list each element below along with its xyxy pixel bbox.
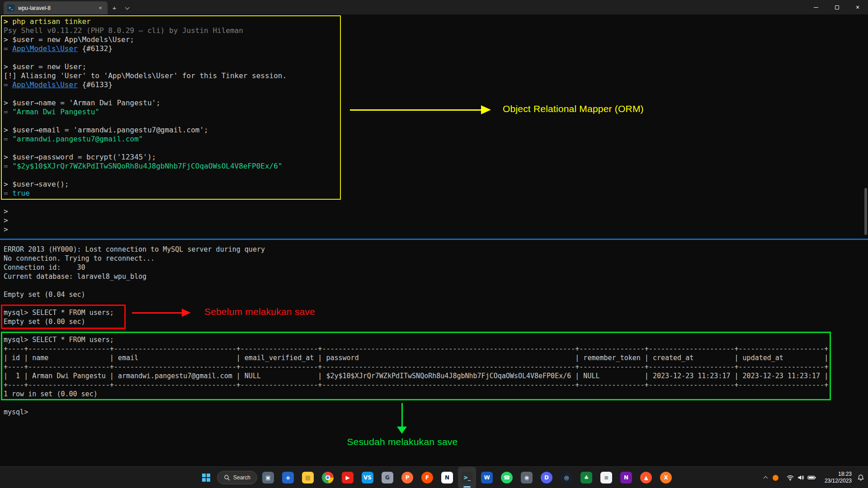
terminal-line: [!] Aliasing 'User' to 'App\Models\User'…	[4, 71, 868, 80]
active-app-indicator	[463, 486, 471, 488]
tray-status-pill[interactable]	[784, 472, 819, 483]
taskbar-app-chrome[interactable]: ●	[319, 467, 337, 488]
terminal-line: > php artisan tinker	[4, 17, 868, 26]
taskbar-app-postman[interactable]: P	[398, 467, 416, 488]
terminal-line: > $user→name = 'Arman Dwi Pangestu';	[4, 99, 868, 108]
xampp-icon: X	[660, 472, 672, 483]
terminal-line	[4, 326, 868, 335]
notifications-button[interactable]	[857, 474, 864, 481]
terminal-line: +----+--------------------+-------------…	[4, 344, 868, 353]
camera-icon: ◉	[521, 472, 533, 483]
mysql-output: ERROR 2013 (HY000): Lost connection to M…	[0, 242, 868, 417]
taskbar-app-steam[interactable]: ◎	[557, 467, 576, 488]
terminal-line: > $user→password = bcrypt('12345');	[4, 153, 868, 162]
taskbar-app-notion[interactable]: N	[438, 467, 456, 488]
brave-icon: ▲	[640, 472, 652, 483]
terminal-line: = "Arman Dwi Pangestu"	[4, 108, 868, 117]
taskbar-app-forest[interactable]: ♣	[577, 467, 595, 488]
minimize-button[interactable]	[806, 0, 826, 14]
orm-annotation: Object Relational Mapper (ORM)	[503, 103, 644, 114]
windows-terminal-icon: >_	[7, 5, 14, 12]
terminal-line: +----+--------------------+-------------…	[4, 380, 868, 389]
clock-date: 23/12/2023	[825, 478, 852, 484]
windows-logo-icon	[202, 474, 210, 482]
tinker-output: > php artisan tinkerPsy Shell v0.11.22 (…	[0, 14, 868, 234]
wifi-icon	[787, 474, 794, 481]
taskbar-app-firefox[interactable]: F	[418, 467, 436, 488]
onenote-icon: N	[620, 472, 632, 483]
clock-time: 18:23	[838, 471, 852, 478]
system-tray: 18:23 23/12/2023	[764, 467, 864, 488]
taskbar-app-camera[interactable]: ◉	[518, 467, 536, 488]
terminal-line: Empty set (0.00 sec)	[4, 317, 868, 326]
terminal-line: No connection. Trying to reconnect...	[4, 254, 868, 263]
pc-icon: ▣	[262, 472, 274, 483]
pane-separator	[0, 239, 868, 240]
terminal-tab[interactable]: >_ wpu-laravel-8 ×	[4, 1, 108, 14]
vscode-icon: VS	[362, 472, 373, 483]
taskbar-app-discord[interactable]: D	[538, 467, 556, 488]
taskbar-app-file-explorer[interactable]: ▤	[299, 467, 317, 488]
terminal-line: mysql>	[4, 408, 868, 417]
terminal-line: > $user = new App\Models\User;	[4, 35, 868, 44]
terminal-line: ERROR 2013 (HY000): Lost connection to M…	[4, 245, 868, 254]
taskbar-app-notepad[interactable]: ≡	[597, 467, 615, 488]
terminal-line	[4, 117, 868, 126]
taskbar-app-brave[interactable]: ▲	[637, 467, 655, 488]
notepad-icon: ≡	[600, 472, 612, 483]
taskbar-app-pc[interactable]: ▣	[259, 467, 277, 488]
taskbar-app-xampp[interactable]: X	[657, 467, 675, 488]
terminal-line: > $user = new User;	[4, 62, 868, 71]
taskbar-app-youtube[interactable]: ▶	[339, 467, 357, 488]
firefox-icon: F	[421, 472, 433, 483]
window-controls: ×	[806, 0, 868, 14]
minimize-icon	[814, 7, 818, 8]
taskbar-app-word[interactable]: W	[478, 467, 496, 488]
terminal-line: Connection id: 30	[4, 263, 868, 272]
terminal-line	[4, 171, 868, 180]
photos-icon: ◆	[282, 472, 294, 483]
terminal-line: > $user→save();	[4, 180, 868, 189]
tab-close-icon[interactable]: ×	[97, 5, 104, 12]
terminal-line	[4, 198, 868, 207]
taskbar-app-github-desktop[interactable]: G	[378, 467, 396, 488]
terminal-line	[4, 399, 868, 408]
github-desktop-icon: G	[382, 472, 393, 483]
taskbar-app-vscode[interactable]: VS	[359, 467, 377, 488]
tab-dropdown-button[interactable]	[121, 1, 133, 14]
volume-icon	[797, 474, 804, 481]
taskbar-app-photos[interactable]: ◆	[279, 467, 297, 488]
discord-icon: D	[541, 472, 552, 483]
whatsapp-icon: ☎	[501, 472, 513, 483]
taskbar-apps: ▣◆▤●▶VSGPFN>_W☎◉D◎♣≡N▲X	[259, 467, 675, 488]
titlebar: >_ wpu-laravel-8 × + ×	[0, 0, 868, 14]
terminal-line: >	[4, 225, 868, 234]
tray-expand-icon[interactable]	[763, 476, 768, 481]
terminal-line	[4, 281, 868, 290]
before-save-annotation: Sebelum melakukan save	[204, 306, 315, 317]
taskbar-app-whatsapp[interactable]: ☎	[498, 467, 516, 488]
terminal-line: +----+--------------------+-------------…	[4, 362, 868, 371]
close-button[interactable]: ×	[847, 0, 868, 14]
terminal-icon: >_	[461, 472, 473, 483]
terminal-content[interactable]: > php artisan tinkerPsy Shell v0.11.22 (…	[0, 14, 868, 466]
notification-bell-icon	[857, 474, 864, 481]
terminal-line: Current database: laravel8_wpu_blog	[4, 272, 868, 281]
terminal-line: = App\Models\User {#6132}	[4, 44, 868, 53]
maximize-icon	[835, 5, 839, 9]
terminal-line: = "armandwi.pangestu7@gmail.com"	[4, 135, 868, 144]
terminal-line: > $user→email = 'armandwi.pangestu7@gmai…	[4, 126, 868, 135]
terminal-line	[4, 299, 868, 308]
terminal-scrollbar[interactable]	[864, 188, 867, 235]
tray-app-icon[interactable]	[773, 475, 778, 481]
taskbar-app-onenote[interactable]: N	[617, 467, 635, 488]
taskbar-clock[interactable]: 18:23 23/12/2023	[825, 471, 852, 484]
terminal-line: mysql> SELECT * FROM users;	[4, 308, 868, 317]
new-tab-button[interactable]: +	[108, 1, 121, 14]
taskbar-app-terminal[interactable]: >_	[458, 467, 476, 488]
maximize-button[interactable]	[826, 0, 847, 14]
search-label: Search	[233, 474, 250, 481]
start-button[interactable]	[197, 467, 215, 488]
taskbar-search[interactable]: Search	[217, 471, 257, 484]
terminal-line: Psy Shell v0.11.22 (PHP 8.0.29 — cli) by…	[4, 26, 868, 35]
